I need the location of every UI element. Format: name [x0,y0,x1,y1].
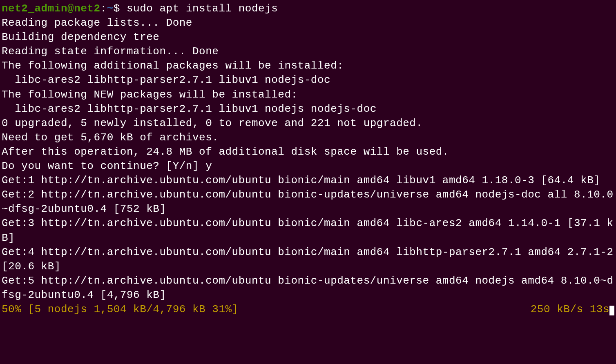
output-line: Need to get 5,670 kB of archives. [2,131,219,144]
output-line: Reading package lists... Done [2,17,192,29]
command-text: sudo apt install nodejs [127,2,278,15]
progress-left: 50% [5 nodejs 1,504 kB/4,796 kB 31%] [2,303,239,315]
output-line: Get:5 http://tn.archive.ubuntu.com/ubunt… [2,275,614,301]
output-line: After this operation, 24.8 MB of additio… [2,146,449,158]
output-line: Get:4 http://tn.archive.ubuntu.com/ubunt… [2,246,616,273]
terminal-window[interactable]: net2_admin@net2:~$ sudo apt install node… [2,2,614,317]
output-line: libc-ares2 libhttp-parser2.7.1 libuv1 no… [2,74,330,86]
output-line: Get:1 http://tn.archive.ubuntu.com/ubunt… [2,174,600,186]
output-line: Reading state information... Done [2,45,219,58]
output-line: Get:2 http://tn.archive.ubuntu.com/ubunt… [2,189,614,215]
progress-right: 250 kB/s 13s [531,302,614,317]
prompt-user-host: net2_admin@net2 [2,2,100,15]
output-line: 0 upgraded, 5 newly installed, 0 to remo… [2,117,423,129]
prompt-dollar: $ [114,2,127,15]
prompt-path: ~ [107,2,114,15]
prompt-separator: : [100,2,107,15]
cursor-icon [609,306,614,315]
output-line: Get:3 http://tn.archive.ubuntu.com/ubunt… [2,217,614,244]
output-line: libc-ares2 libhttp-parser2.7.1 libuv1 no… [2,103,377,115]
output-line: Building dependency tree [2,31,159,43]
output-line: The following additional packages will b… [2,60,344,72]
output-line: Do you want to continue? [Y/n] y [2,160,212,172]
output-line: The following NEW packages will be insta… [2,89,298,101]
